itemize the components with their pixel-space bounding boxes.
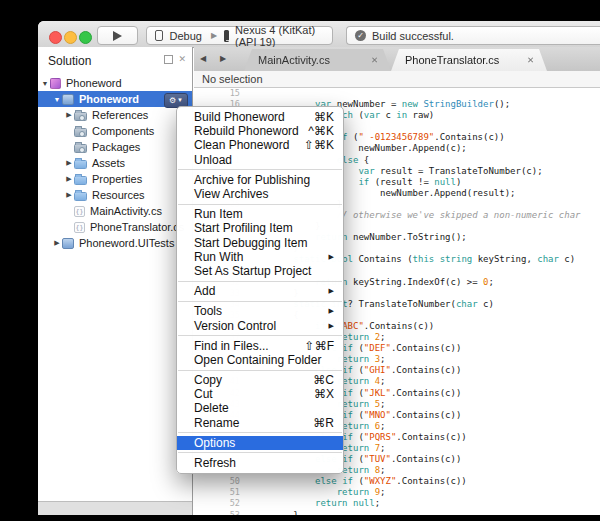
code-line-text: else if ("WXYZ".Contains(c)) bbox=[240, 476, 467, 487]
dock-pad-icon[interactable] bbox=[164, 55, 173, 64]
zoom-window-button[interactable] bbox=[79, 31, 92, 44]
tree-row-components[interactable]: Components bbox=[38, 123, 192, 139]
tree-row-resources[interactable]: ▶Resources bbox=[38, 187, 192, 203]
device-phone-icon bbox=[224, 30, 229, 42]
menu-separator bbox=[178, 452, 342, 453]
menu-item-label: View Archives bbox=[194, 187, 268, 201]
menu-item-delete[interactable]: Delete bbox=[177, 401, 343, 415]
menu-item-shortcut: ⌘C bbox=[313, 373, 334, 387]
disclosure-right-icon[interactable]: ▶ bbox=[64, 191, 74, 199]
tab-close-icon[interactable]: ✕ bbox=[527, 49, 534, 71]
tree-row-phoneword-uitests[interactable]: ▶Phoneword.UITests bbox=[38, 235, 192, 251]
menu-item-label: Archive for Publishing bbox=[194, 173, 310, 187]
menu-item-shortcut: ⇧⌘F bbox=[305, 339, 334, 353]
breadcrumb: No selection bbox=[194, 71, 600, 88]
menu-separator bbox=[178, 169, 342, 170]
menu-item-cut[interactable]: Cut⌘X bbox=[177, 387, 343, 401]
menu-item-label: Unload bbox=[194, 153, 232, 167]
menu-item-rename[interactable]: Rename⌘R bbox=[177, 416, 343, 430]
code-line: 53 } bbox=[194, 510, 600, 515]
tree-row-label: Packages bbox=[92, 141, 140, 153]
menu-item-start-profiling-item[interactable]: Start Profiling Item bbox=[177, 221, 343, 235]
code-line: 52 return null; bbox=[194, 498, 600, 509]
submenu-arrow-icon: ▶ bbox=[329, 253, 334, 261]
menu-item-set-as-startup-project[interactable]: Set As Startup Project bbox=[177, 264, 343, 278]
tree-row-phoneword[interactable]: ▼Phoneword⚙▼ bbox=[38, 91, 192, 107]
tree-row-label: Assets bbox=[92, 157, 125, 169]
menu-item-run-with[interactable]: Run With▶ bbox=[177, 250, 343, 264]
folder-icon bbox=[74, 192, 87, 201]
menu-item-label: Set As Startup Project bbox=[194, 264, 311, 278]
disclosure-right-icon[interactable]: ▶ bbox=[52, 239, 62, 247]
submenu-arrow-icon: ▶ bbox=[329, 287, 334, 295]
line-number: 53 bbox=[194, 510, 240, 515]
menu-item-label: Find in Files... bbox=[194, 339, 269, 353]
tab-mainactivity-cs[interactable]: MainActivity.cs✕ bbox=[244, 49, 391, 71]
tab-phonetranslator-cs[interactable]: PhoneTranslator.cs✕ bbox=[391, 49, 547, 71]
submenu-arrow-icon: ▶ bbox=[329, 322, 334, 330]
disclosure-down-icon[interactable]: ▼ bbox=[40, 80, 50, 87]
menu-item-add[interactable]: Add▶ bbox=[177, 284, 343, 298]
menu-item-unload[interactable]: Unload bbox=[177, 153, 343, 167]
menu-item-shortcut: ^⌘K bbox=[308, 124, 334, 138]
folder-gear-icon bbox=[74, 128, 87, 137]
menu-item-find-in-files[interactable]: Find in Files...⇧⌘F bbox=[177, 339, 343, 353]
menu-item-label: Start Debugging Item bbox=[194, 236, 307, 250]
menu-item-refresh[interactable]: Refresh bbox=[177, 456, 343, 470]
run-button[interactable] bbox=[97, 26, 138, 45]
menu-item-label: Clean Phoneword bbox=[194, 138, 289, 152]
menu-item-tools[interactable]: Tools▶ bbox=[177, 304, 343, 318]
disclosure-right-icon[interactable]: ▶ bbox=[64, 111, 74, 119]
nav-back-icon[interactable]: ◀ bbox=[200, 54, 206, 63]
menu-item-shortcut: ⌘X bbox=[314, 387, 334, 401]
solution-tree: ▼Phoneword▼Phoneword⚙▼▶ReferencesCompone… bbox=[38, 75, 192, 251]
code-line-text: return null; bbox=[240, 498, 380, 509]
tree-row-assets[interactable]: ▶Assets bbox=[38, 155, 192, 171]
disclosure-down-icon[interactable]: ▼ bbox=[52, 96, 62, 103]
nav-forward-icon[interactable]: ▶ bbox=[220, 54, 226, 63]
screenshot-root: { "toolbar": { "run_tooltip": "Run", "co… bbox=[0, 0, 600, 521]
menu-item-version-control[interactable]: Version Control▶ bbox=[177, 318, 343, 332]
menu-item-rebuild-phoneword[interactable]: Rebuild Phoneword^⌘K bbox=[177, 124, 343, 138]
configuration-icon bbox=[155, 30, 163, 41]
menu-item-run-item[interactable]: Run Item bbox=[177, 207, 343, 221]
check-circle-icon: ✓ bbox=[355, 30, 366, 41]
tree-row-phoneword[interactable]: ▼Phoneword bbox=[38, 75, 192, 91]
configuration-device-selector[interactable]: Debug ▶ Nexus 4 (KitKat) (API 19) bbox=[146, 26, 333, 45]
menu-item-clean-phoneword[interactable]: Clean Phoneword⇧⌘K bbox=[177, 138, 343, 152]
menu-item-copy[interactable]: Copy⌘C bbox=[177, 373, 343, 387]
code-line-text bbox=[240, 88, 250, 99]
tree-row-label: Components bbox=[92, 125, 154, 137]
tree-row-properties[interactable]: ▶Properties bbox=[38, 171, 192, 187]
menu-item-open-containing-folder[interactable]: Open Containing Folder bbox=[177, 353, 343, 367]
menu-item-label: Cut bbox=[194, 387, 213, 401]
tab-close-icon[interactable]: ✕ bbox=[371, 49, 378, 71]
menu-separator bbox=[178, 301, 342, 302]
menu-item-label: Open Containing Folder bbox=[194, 353, 321, 367]
disclosure-right-icon[interactable]: ▶ bbox=[64, 175, 74, 183]
tree-row-label: Phoneword bbox=[79, 93, 139, 105]
tab-label: MainActivity.cs bbox=[258, 54, 330, 66]
menu-item-view-archives[interactable]: View Archives bbox=[177, 187, 343, 201]
menu-item-label: Rebuild Phoneword bbox=[194, 124, 299, 138]
tree-row-mainactivity-cs[interactable]: {}MainActivity.cs bbox=[38, 203, 192, 219]
tree-row-label: Properties bbox=[92, 173, 142, 185]
disclosure-right-icon[interactable]: ▶ bbox=[64, 159, 74, 167]
menu-item-archive-for-publishing[interactable]: Archive for Publishing bbox=[177, 173, 343, 187]
code-line: 51 return 9; bbox=[194, 487, 600, 498]
close-pad-icon[interactable]: ✕ bbox=[178, 55, 186, 64]
menu-item-label: Start Profiling Item bbox=[194, 221, 293, 235]
build-status-text: Build successful. bbox=[372, 30, 454, 42]
minimize-window-button[interactable] bbox=[64, 31, 77, 44]
folder-gear-icon bbox=[74, 112, 87, 121]
menu-item-build-phoneword[interactable]: Build Phoneword⌘K bbox=[177, 110, 343, 124]
menu-separator bbox=[178, 335, 342, 336]
menu-item-start-debugging-item[interactable]: Start Debugging Item bbox=[177, 236, 343, 250]
close-window-button[interactable] bbox=[49, 31, 62, 44]
menu-item-options[interactable]: Options bbox=[177, 436, 343, 450]
configuration-label: Debug bbox=[169, 30, 201, 42]
menu-item-shortcut: ⇧⌘K bbox=[304, 138, 334, 152]
tree-row-references[interactable]: ▶References bbox=[38, 107, 192, 123]
tree-row-phonetranslator-cs[interactable]: {}PhoneTranslator.cs bbox=[38, 219, 192, 235]
tree-row-packages[interactable]: Packages bbox=[38, 139, 192, 155]
